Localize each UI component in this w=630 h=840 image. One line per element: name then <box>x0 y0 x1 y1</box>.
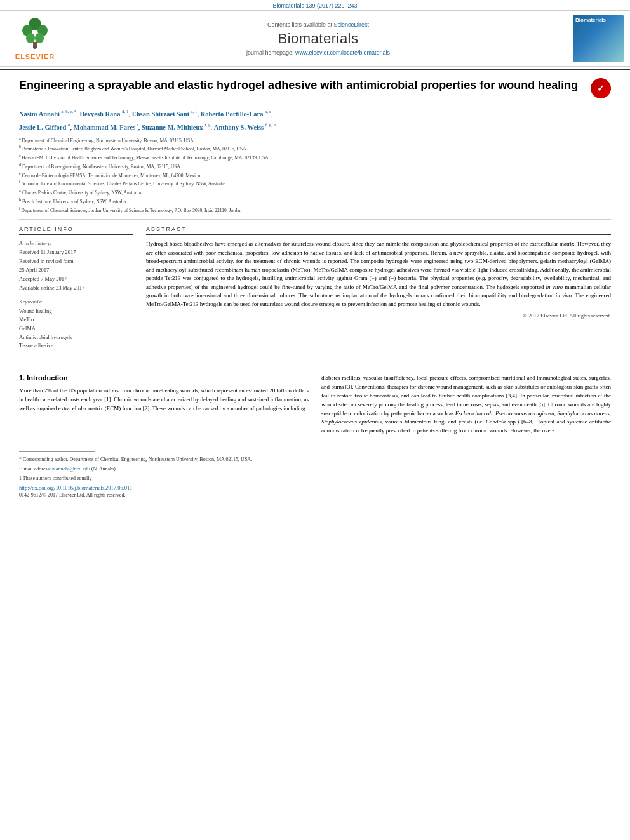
keyword-4: Antimicrobial hydrogels <box>19 333 133 342</box>
sciencedirect-link[interactable]: ScienceDirect <box>334 22 370 28</box>
svg-point-4 <box>26 33 35 43</box>
history-label: Article history: <box>19 240 133 246</box>
abstract-label: ABSTRACT <box>146 226 611 235</box>
thumb-label: Biomaterials <box>575 17 606 23</box>
affil-f: f School of Life and Environmental Scien… <box>19 179 611 187</box>
journal-thumbnail: Biomaterials <box>573 15 624 62</box>
keyword-1: Wound healing <box>19 307 133 316</box>
contents-line: Contents lists available at ScienceDirec… <box>64 22 573 28</box>
keywords-label: Keywords: <box>19 298 133 305</box>
journal-header: Biomaterials 139 (2017) 229–243 ELSEVIER <box>0 0 630 70</box>
intro-right-col: diabetes mellitus, vascular insufficienc… <box>321 374 611 440</box>
intro-title: 1. Introduction <box>19 374 309 382</box>
doi-link[interactable]: http://dx.doi.org/10.1016/j.biomaterials… <box>19 484 611 491</box>
article-content: Engineering a sprayable and elastic hydr… <box>0 70 630 358</box>
affil-g: g Charles Perkins Centre, University of … <box>19 188 611 196</box>
affil-h: h Bosch Institute, University of Sydney,… <box>19 197 611 205</box>
keyword-3: GelMA <box>19 324 133 333</box>
journal-homepage: journal homepage: www.elsevier.com/locat… <box>64 50 573 56</box>
elsevier-tree-icon <box>18 17 53 51</box>
journal-citation: Biomaterials 139 (2017) 229–243 <box>0 0 630 10</box>
keyword-5: Tissue adhesive <box>19 342 133 350</box>
authors-line1: Nasim Annabi a, b, c, *, Devyesh Rana d,… <box>19 109 611 119</box>
section-divider <box>0 366 630 366</box>
keyword-2: MeTro <box>19 316 133 324</box>
footer-hr <box>19 451 95 452</box>
introduction-section: 1. Introduction More than 2% of the US p… <box>0 374 630 440</box>
email-note: E-mail address: n.annabi@neu.edu (N. Ann… <box>19 465 611 473</box>
article-info-label: ARTICLE INFO <box>19 226 133 235</box>
affil-c: c Harvard-MIT Division of Health Science… <box>19 153 611 161</box>
revised-label: Received in revised form <box>19 258 133 265</box>
affil-e: e Centro de Biotecnología FEMSA, Tecnoló… <box>19 171 611 179</box>
abstract-column: ABSTRACT Hydrogel-based bioadhesives hav… <box>146 226 611 350</box>
affiliations: a Department of Chemical Engineering, No… <box>19 136 611 220</box>
citation-text: Biomaterials 139 (2017) 229–243 <box>272 3 357 9</box>
intro-paragraph2: diabetes mellitus, vascular insufficienc… <box>321 374 611 436</box>
equal-contrib-note: 1 These authors contributed equally <box>19 475 611 483</box>
journal-title: Biomaterials <box>64 30 573 47</box>
revised-date: 25 April 2017 <box>19 267 133 274</box>
homepage-link[interactable]: www.elsevier.com/locate/biomaterials <box>295 50 390 56</box>
svg-point-5 <box>35 33 44 43</box>
elsevier-text: ELSEVIER <box>15 53 55 60</box>
authors-line2: Jessie L. Gifford d, Mohammad M. Fares i… <box>19 122 611 133</box>
received-date: Received 11 January 2017 <box>19 249 133 257</box>
intro-left-col: 1. Introduction More than 2% of the US p… <box>19 374 309 440</box>
elsevier-logo: ELSEVIER <box>6 17 64 60</box>
accepted-date: Accepted 7 May 2017 <box>19 276 133 283</box>
journal-main-header: ELSEVIER Contents lists available at Sci… <box>0 10 630 67</box>
abstract-text: Hydrogel-based bioadhesives have emerged… <box>146 240 611 309</box>
keywords-section: Keywords: Wound healing MeTro GelMA Anti… <box>19 298 133 350</box>
article-title: Engineering a sprayable and elastic hydr… <box>19 78 584 93</box>
crossmark-badge: ✓ <box>591 78 611 98</box>
crossmark-icon: ✓ <box>591 78 611 98</box>
issn-line: 0142-9612/© 2017 Elsevier Ltd. All right… <box>19 492 611 498</box>
article-title-section: Engineering a sprayable and elastic hydr… <box>19 78 611 103</box>
article-info-abstract: ARTICLE INFO Article history: Received 1… <box>19 226 611 350</box>
affil-i: i Department of Chemical Sciences, Jorda… <box>19 206 611 214</box>
intro-paragraph1: More than 2% of the US population suffer… <box>19 387 309 413</box>
corresponding-note: * Corresponding author. Department of Ch… <box>19 456 611 463</box>
email-link[interactable]: n.annabi@neu.edu <box>52 466 90 472</box>
copyright-line: © 2017 Elsevier Ltd. All rights reserved… <box>146 312 611 319</box>
article-footer: * Corresponding author. Department of Ch… <box>0 446 630 500</box>
available-date: Available online 23 May 2017 <box>19 284 133 292</box>
affil-a: a Department of Chemical Engineering, No… <box>19 136 611 144</box>
affil-b: b Biomaterials Innovation Center, Brigha… <box>19 144 611 152</box>
svg-point-7 <box>33 45 37 49</box>
journal-center: Contents lists available at ScienceDirec… <box>64 22 573 56</box>
affil-d: d Department of Bioengineering, Northeas… <box>19 162 611 170</box>
article-info-column: ARTICLE INFO Article history: Received 1… <box>19 226 133 350</box>
